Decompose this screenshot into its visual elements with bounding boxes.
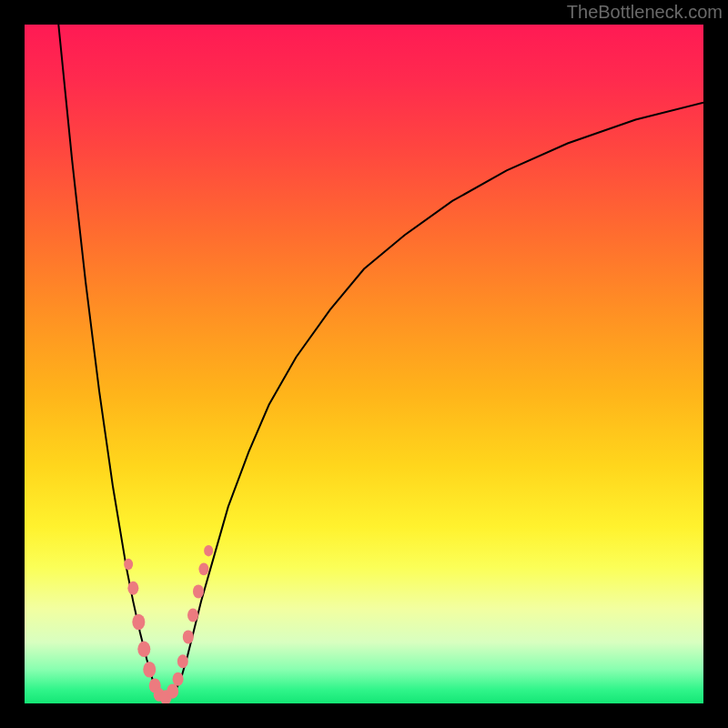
- marker-point: [137, 642, 150, 658]
- series-right-curve: [174, 103, 703, 693]
- chart-svg: [25, 25, 703, 703]
- marker-point: [167, 683, 178, 698]
- marker-point: [173, 672, 184, 686]
- marker-point: [183, 630, 194, 643]
- curves-group: [58, 25, 703, 700]
- marker-point: [143, 662, 156, 678]
- chart-frame: TheBottleneck.com: [0, 0, 728, 728]
- series-left-curve: [58, 25, 157, 693]
- marker-point: [187, 609, 198, 622]
- marker-point: [193, 584, 204, 598]
- marker-point: [124, 559, 133, 571]
- marker-point: [132, 614, 145, 631]
- markers-group: [124, 545, 213, 703]
- marker-point: [204, 545, 213, 557]
- plot-area: [25, 25, 703, 703]
- marker-point: [127, 581, 138, 595]
- watermark-text: TheBottleneck.com: [567, 2, 723, 23]
- marker-point: [177, 654, 188, 668]
- marker-point: [198, 562, 208, 575]
